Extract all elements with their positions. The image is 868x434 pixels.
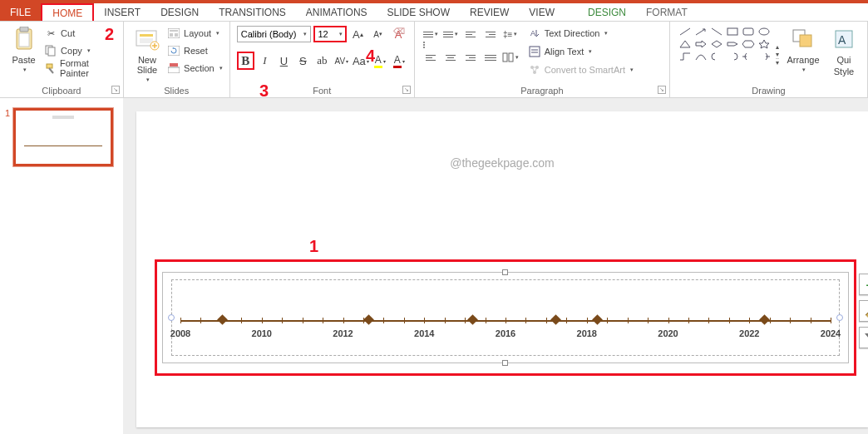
- tab-review[interactable]: REVIEW: [460, 3, 519, 21]
- tab-animations[interactable]: ANIMATIONS: [296, 3, 377, 21]
- paste-button[interactable]: Paste ▾: [7, 25, 41, 84]
- shape-diamond-icon: [710, 39, 723, 49]
- shape-connector-icon: [678, 52, 692, 62]
- axis-label: 2014: [414, 328, 434, 338]
- grow-font-button[interactable]: A▴: [349, 25, 367, 43]
- shrink-font-button[interactable]: A▾: [369, 25, 387, 43]
- svg-rect-9: [140, 38, 153, 43]
- arrange-button[interactable]: Arrange▾: [782, 25, 824, 84]
- char-spacing-button[interactable]: AV▾: [333, 52, 350, 70]
- shape-triangle-icon: [678, 39, 692, 49]
- tab-insert[interactable]: INSERT: [94, 3, 150, 21]
- bullets-button[interactable]: ▾: [422, 25, 440, 43]
- font-name-select[interactable]: Calibri (Body)▾: [237, 26, 312, 42]
- tab-home[interactable]: HOME: [41, 3, 94, 21]
- resize-handle-e[interactable]: [836, 314, 843, 321]
- bold-button[interactable]: B: [237, 52, 254, 70]
- smartart-icon: [528, 63, 541, 76]
- resize-handle-s[interactable]: [502, 360, 508, 366]
- clipboard-launcher[interactable]: ↘: [111, 86, 120, 94]
- svg-rect-5: [47, 64, 52, 68]
- axis-label: 2020: [658, 328, 678, 338]
- svg-rect-2: [19, 33, 29, 47]
- align-center-button[interactable]: [441, 48, 460, 67]
- layout-button[interactable]: Layout▾: [167, 25, 223, 42]
- shape-line2-icon: [710, 27, 723, 37]
- ribbon: Paste ▾ ✂ Cut Copy▾ For: [0, 22, 868, 98]
- numbering-button[interactable]: ▾: [441, 25, 460, 43]
- svg-rect-15: [170, 33, 173, 37]
- tab-file[interactable]: FILE: [0, 3, 41, 21]
- text-direction-button[interactable]: A Text Direction▾: [528, 25, 634, 42]
- chart-filter-button[interactable]: [859, 327, 868, 348]
- align-left-button[interactable]: [422, 48, 440, 67]
- tab-view[interactable]: VIEW: [519, 3, 565, 21]
- shapes-gallery[interactable]: [677, 25, 774, 84]
- font-launcher[interactable]: ↘: [402, 86, 411, 94]
- chart-plot-area[interactable]: 200820102012201420162018202020222024: [171, 279, 840, 356]
- italic-button[interactable]: I: [256, 52, 274, 70]
- svg-rect-1: [20, 27, 28, 32]
- section-button[interactable]: Section▾: [167, 60, 223, 76]
- indent-decrease-button[interactable]: [461, 25, 480, 43]
- resize-handle-n[interactable]: [502, 269, 508, 275]
- axis-label: 2010: [252, 328, 272, 338]
- shapes-scroll-up-icon[interactable]: ▴: [776, 43, 779, 51]
- group-drawing: ▴ ▾ ▾ Arrange▾ A Qui Style Drawing: [670, 22, 868, 97]
- format-painter-button[interactable]: Format Painter: [44, 60, 116, 76]
- underline-button[interactable]: U: [275, 52, 293, 70]
- svg-rect-4: [48, 47, 55, 56]
- tab-tool-design[interactable]: DESIGN: [578, 3, 636, 21]
- shape-star-icon: [757, 39, 771, 49]
- font-size-select[interactable]: 12▾: [313, 26, 346, 42]
- paragraph-launcher[interactable]: ↘: [658, 86, 666, 94]
- slide-thumbnails: 1: [0, 98, 123, 434]
- svg-point-34: [759, 28, 769, 35]
- clear-formatting-button[interactable]: A⌫: [389, 25, 407, 43]
- axis-label: 2012: [333, 328, 353, 338]
- svg-line-6: [49, 68, 53, 73]
- svg-rect-8: [140, 34, 153, 37]
- scissors-icon: ✂: [44, 27, 57, 40]
- shape-arrow-icon: [694, 27, 708, 37]
- svg-rect-14: [170, 30, 178, 32]
- resize-handle-w[interactable]: [168, 314, 175, 321]
- svg-rect-33: [743, 28, 753, 35]
- layout-icon: [167, 27, 180, 40]
- copy-button[interactable]: Copy▾: [44, 42, 116, 59]
- tab-slideshow[interactable]: SLIDE SHOW: [377, 3, 460, 21]
- paintbrush-icon: [44, 62, 57, 75]
- align-right-button[interactable]: [461, 48, 480, 67]
- annotation-2: 2: [105, 25, 114, 44]
- svg-rect-21: [509, 53, 513, 62]
- text-shadow-button[interactable]: ab: [313, 52, 331, 70]
- slide-thumbnail-1[interactable]: [13, 108, 113, 166]
- columns-button[interactable]: ▾: [501, 48, 520, 67]
- strikethrough-button[interactable]: S: [294, 52, 312, 70]
- align-text-button[interactable]: Align Text▾: [528, 43, 634, 60]
- axis-label: 2016: [496, 328, 515, 338]
- shapes-more-icon[interactable]: ▾: [776, 58, 779, 67]
- font-color-button[interactable]: A▾: [390, 52, 407, 70]
- shapes-scroll-down-icon[interactable]: ▾: [776, 51, 779, 58]
- axis-label: 2024: [821, 328, 841, 338]
- convert-smartart-button[interactable]: Convert to SmartArt▾: [528, 62, 634, 78]
- slide-canvas[interactable]: @thegeekpage.com 20082010201220142016201…: [136, 111, 868, 427]
- svg-rect-32: [727, 28, 737, 35]
- line-spacing-button[interactable]: ‡≡▾: [501, 25, 520, 43]
- copy-icon: [44, 44, 57, 57]
- reset-button[interactable]: Reset: [167, 42, 223, 59]
- chart-add-element-button[interactable]: +: [859, 274, 868, 295]
- new-slide-button[interactable]: New Slide ▾: [131, 25, 164, 84]
- indent-increase-button[interactable]: [481, 25, 500, 43]
- svg-line-30: [696, 29, 705, 35]
- timeline-chart[interactable]: 200820102012201420162018202020222024: [162, 272, 849, 363]
- quick-styles-button[interactable]: A Qui Style: [827, 25, 861, 84]
- tab-tool-format[interactable]: FORMAT: [636, 3, 698, 21]
- chart-styles-button[interactable]: [859, 300, 868, 322]
- tab-design[interactable]: DESIGN: [150, 3, 209, 21]
- svg-rect-18: [168, 67, 180, 73]
- text-direction-icon: A: [528, 27, 541, 40]
- justify-button[interactable]: [481, 48, 500, 67]
- tab-transitions[interactable]: TRANSITIONS: [209, 3, 296, 21]
